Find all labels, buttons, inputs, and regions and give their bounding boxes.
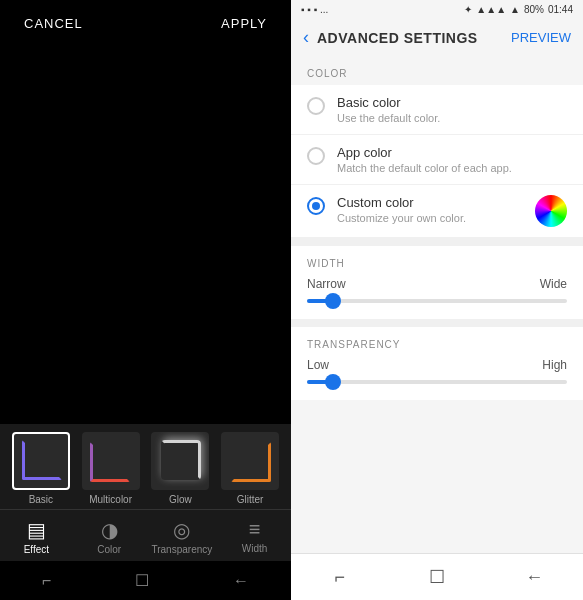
back-icon-right: ← [525,567,543,588]
thumb-box-basic [12,432,70,490]
nav-effect[interactable]: ▤ Effect [0,510,73,561]
transparency-slider-section: TRANSPARENCY Low High [291,327,583,400]
custom-color-desc: Customize your own color. [337,212,535,224]
status-bar: ▪ ▪ ▪ ... ✦ ▲▲▲ ▲ 80% 01:44 [291,0,583,19]
recents-icon[interactable]: ⌐ [42,572,51,590]
custom-color-title: Custom color [337,195,535,210]
clock: 01:44 [548,4,573,15]
effect-glow[interactable]: Glow [148,432,214,505]
effect-glow-label: Glow [169,494,192,505]
thumb-box-glitter [221,432,279,490]
width-slider-track[interactable] [307,299,567,303]
divider-1 [291,238,583,246]
signal-icon: ▲▲▲ [476,4,506,15]
width-section-label: WIDTH [307,258,567,277]
corner-glitter-icon [231,442,271,482]
effect-thumbnails: Basic Multicolor Glow Glitter [0,424,291,509]
left-top-bar: CANCEL APPLY [0,0,291,47]
recents-icon-right: ⌐ [334,567,345,588]
app-color-title: App color [337,145,567,160]
nav-width-label: Width [242,543,268,554]
nav-effect-label: Effect [24,544,49,555]
effect-glitter[interactable]: Glitter [217,432,283,505]
width-narrow-label: Narrow [307,277,346,291]
divider-2 [291,319,583,327]
effect-multicolor-label: Multicolor [89,494,132,505]
app-color-option[interactable]: App color Match the default color of eac… [291,135,583,185]
app-color-text: App color Match the default color of eac… [337,145,567,174]
thumb-box-multicolor [82,432,140,490]
thumb-box-glow [151,432,209,490]
bottom-nav-right: ⌐ ☐ ← [291,553,583,600]
nav-transparency-label: Transparency [151,544,212,555]
home-icon[interactable]: ☐ [135,571,149,590]
effect-multicolor[interactable]: Multicolor [78,432,144,505]
basic-color-option[interactable]: Basic color Use the default color. [291,85,583,135]
color-icon: ◑ [101,518,118,542]
transparency-high-label: High [542,358,567,372]
transparency-icon: ◎ [173,518,190,542]
effect-basic-label: Basic [29,494,53,505]
effect-basic[interactable]: Basic [8,432,74,505]
wifi-icon: ▲ [510,4,520,15]
effect-glitter-label: Glitter [237,494,264,505]
corner-multicolor-icon [90,442,130,482]
page-title: ADVANCED SETTINGS [317,30,511,46]
right-panel: ▪ ▪ ▪ ... ✦ ▲▲▲ ▲ 80% 01:44 ‹ ADVANCED S… [291,0,583,600]
transparency-slider-labels: Low High [307,358,567,372]
status-left: ▪ ▪ ▪ ... [301,4,328,15]
settings-content: COLOR Basic color Use the default color.… [291,56,583,553]
notification-icons: ▪ ▪ ▪ ... [301,4,328,15]
bluetooth-icon: ✦ [464,4,472,15]
bottom-nav-left: ▤ Effect ◑ Color ◎ Transparency ≡ Width [0,509,291,561]
corner-glow-icon [161,440,201,480]
left-panel: CANCEL APPLY Basic Multicolor Glow [0,0,291,600]
preview-area [0,47,291,424]
cancel-button[interactable]: CANCEL [24,16,83,31]
basic-color-text: Basic color Use the default color. [337,95,567,124]
header-bar: ‹ ADVANCED SETTINGS PREVIEW [291,19,583,56]
app-color-desc: Match the default color of each app. [337,162,567,174]
width-slider-section: WIDTH Narrow Wide [291,246,583,319]
effect-icon: ▤ [27,518,46,542]
back-button[interactable]: ‹ [303,27,309,48]
app-color-radio[interactable] [307,147,325,165]
transparency-slider-track[interactable] [307,380,567,384]
battery-level: 80% [524,4,544,15]
custom-color-option[interactable]: Custom color Customize your own color. [291,185,583,238]
basic-color-title: Basic color [337,95,567,110]
transparency-low-label: Low [307,358,329,372]
home-button[interactable]: ☐ [388,554,485,600]
basic-color-desc: Use the default color. [337,112,567,124]
back-button-right[interactable]: ← [486,554,583,600]
nav-color[interactable]: ◑ Color [73,510,146,561]
status-right: ✦ ▲▲▲ ▲ 80% 01:44 [464,4,573,15]
home-icon-right: ☐ [429,566,445,588]
width-icon: ≡ [249,518,261,541]
preview-button[interactable]: PREVIEW [511,30,571,45]
width-slider-thumb[interactable] [325,293,341,309]
nav-color-label: Color [97,544,121,555]
nav-transparency[interactable]: ◎ Transparency [146,510,219,561]
transparency-slider-thumb[interactable] [325,374,341,390]
recents-button[interactable]: ⌐ [291,554,388,600]
custom-color-text: Custom color Customize your own color. [337,195,535,224]
width-slider-labels: Narrow Wide [307,277,567,291]
width-wide-label: Wide [540,277,567,291]
apply-button[interactable]: APPLY [221,16,267,31]
color-wheel[interactable] [535,195,567,227]
nav-width[interactable]: ≡ Width [218,510,291,561]
corner-basic-icon [22,440,62,480]
transparency-section-label: TRANSPARENCY [307,339,567,358]
system-bar-left: ⌐ ☐ ← [0,561,291,600]
color-section-label: COLOR [291,56,583,85]
custom-color-radio[interactable] [307,197,325,215]
back-icon-left[interactable]: ← [233,572,249,590]
basic-color-radio[interactable] [307,97,325,115]
